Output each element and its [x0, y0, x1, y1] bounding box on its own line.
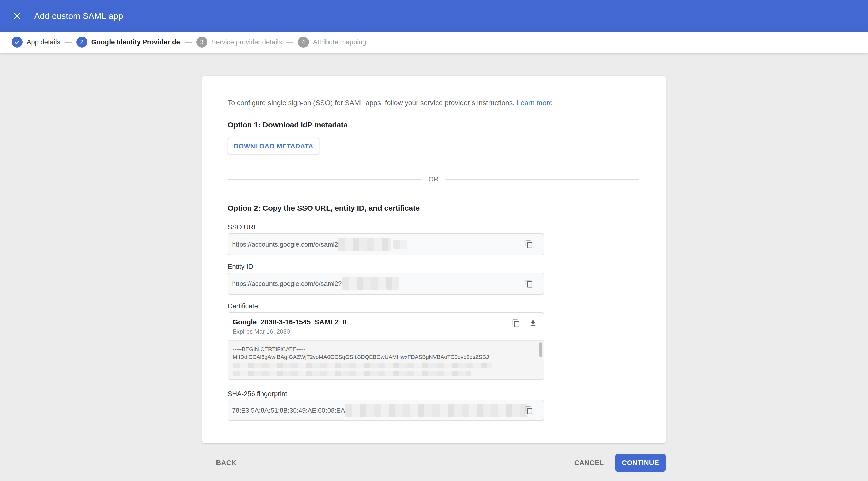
sso-url-field: https://accounts.google.com/o/saml2 — [227, 233, 544, 255]
step-connector — [185, 42, 192, 43]
check-icon — [14, 39, 20, 46]
redacted-text — [342, 277, 399, 290]
certificate-body[interactable]: -----BEGIN CERTIFICATE----- MIIDdjCCAl6g… — [228, 340, 544, 380]
step-number-circle: 3 — [196, 37, 208, 48]
redacted-text — [393, 240, 407, 249]
step-attribute-mapping: 4 Attribute mapping — [298, 37, 366, 48]
intro-paragraph: To configure single sign-on (SSO) for SA… — [227, 98, 640, 108]
stepper: App details 2 Google Identity Provider d… — [0, 32, 868, 53]
idp-details-card: To configure single sign-on (SSO) for SA… — [203, 76, 665, 443]
copy-entity-id-button[interactable] — [524, 278, 534, 289]
divider-line — [227, 179, 422, 180]
copy-icon — [525, 279, 533, 288]
certificate-expiry: Expires Mar 16, 2030 — [232, 328, 346, 335]
sha256-fingerprint-value: 78:E3:5A:8A:51:8B:36:49:AE:60:08:EA — [232, 407, 345, 414]
intro-text: To configure single sign-on (SSO) for SA… — [227, 99, 515, 107]
scrollbar-thumb[interactable] — [539, 342, 542, 357]
step-label: Attribute mapping — [313, 38, 366, 46]
dialog-header: Add custom SAML app — [0, 0, 868, 32]
dialog-body: To configure single sign-on (SSO) for SA… — [0, 76, 868, 472]
certificate-line: -----BEGIN CERTIFICATE----- — [232, 345, 536, 353]
continue-button[interactable]: CONTINUE — [615, 454, 665, 472]
copy-icon — [525, 240, 533, 248]
copy-icon — [512, 319, 520, 328]
entity-id-field: https://accounts.google.com/o/saml2? — [227, 273, 544, 295]
divider-label: OR — [422, 175, 445, 183]
certificate-line: MIIDdjCCAl6gAwIBAgIGAZWjT2yoMA0GCSqGSIb3… — [232, 353, 536, 361]
redacted-text — [338, 238, 391, 251]
entity-id-label: Entity ID — [227, 263, 640, 271]
close-button[interactable] — [10, 9, 24, 23]
divider-line — [445, 179, 640, 180]
sha256-fingerprint-field: 78:E3:5A:8A:51:8B:36:49:AE:60:08:EA — [227, 400, 544, 421]
step-label: Service provider details — [212, 38, 282, 46]
or-divider: OR — [227, 175, 640, 183]
cancel-button[interactable]: CANCEL — [571, 455, 607, 471]
step-completed-circle — [11, 37, 23, 48]
step-app-details[interactable]: App details — [11, 37, 60, 48]
certificate-card: Google_2030-3-16-1545_SAML2_0 Expires Ma… — [227, 312, 544, 380]
sso-url-value: https://accounts.google.com/o/saml2 — [232, 241, 338, 248]
step-label: Google Identity Provider details — [91, 38, 180, 46]
sha256-fingerprint-label: SHA-256 fingerprint — [227, 390, 640, 398]
sso-url-label: SSO URL — [227, 223, 640, 231]
certificate-actions — [512, 319, 537, 328]
step-connector — [286, 42, 293, 43]
certificate-label: Certificate — [227, 302, 640, 310]
copy-certificate-button[interactable] — [512, 319, 520, 328]
step-number-circle: 4 — [298, 37, 309, 48]
dialog-title: Add custom SAML app — [34, 11, 123, 21]
download-icon — [529, 319, 537, 328]
close-icon — [13, 11, 21, 20]
download-certificate-button[interactable] — [529, 319, 537, 328]
entity-id-value: https://accounts.google.com/o/saml2? — [232, 280, 342, 288]
certificate-info: Google_2030-3-16-1545_SAML2_0 Expires Ma… — [232, 318, 346, 335]
certificate-name: Google_2030-3-16-1545_SAML2_0 — [232, 318, 346, 326]
option2-heading: Option 2: Copy the SSO URL, entity ID, a… — [227, 204, 640, 212]
copy-icon — [525, 406, 533, 415]
redacted-text — [345, 404, 528, 417]
step-label: App details — [27, 38, 60, 46]
step-connector — [65, 42, 72, 43]
learn-more-link[interactable]: Learn more — [517, 99, 553, 107]
step-number-circle: 2 — [76, 37, 87, 48]
copy-sso-url-button[interactable] — [524, 239, 534, 249]
step-google-identity-provider-details: 2 Google Identity Provider details — [76, 37, 180, 48]
download-metadata-button[interactable]: DOWNLOAD METADATA — [227, 138, 319, 154]
back-button[interactable]: BACK — [213, 455, 239, 471]
add-custom-saml-app-dialog: Add custom SAML app App details 2 Google… — [0, 0, 868, 481]
copy-sha256-button[interactable] — [524, 405, 534, 416]
redacted-text — [232, 363, 492, 368]
option1-heading: Option 1: Download IdP metadata — [227, 121, 640, 129]
dialog-footer: BACK CANCEL CONTINUE — [213, 454, 665, 472]
certificate-header: Google_2030-3-16-1545_SAML2_0 Expires Ma… — [228, 312, 544, 340]
step-service-provider-details: 3 Service provider details — [196, 37, 282, 48]
redacted-text — [232, 371, 471, 376]
